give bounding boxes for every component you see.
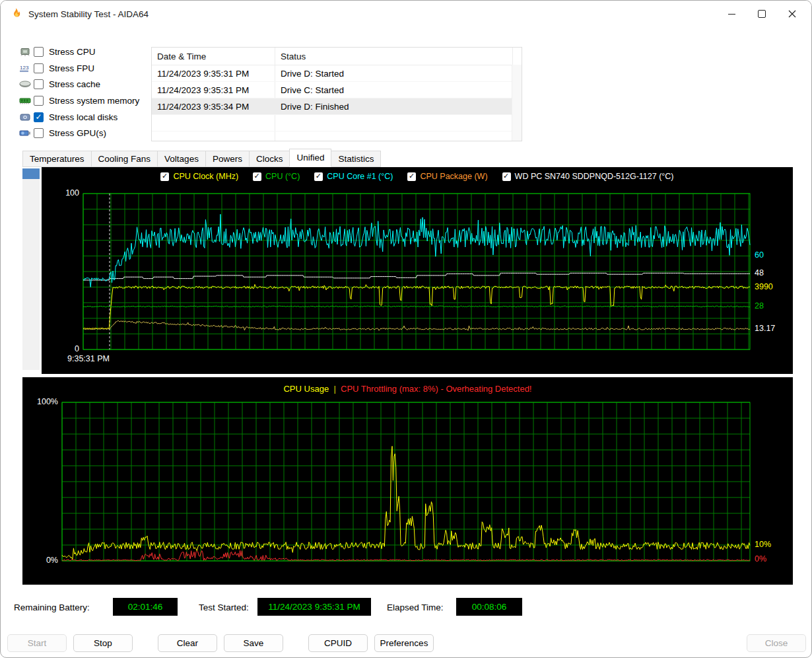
log-row-2-time: 11/24/2023 9:35:31 PM [152, 82, 275, 98]
maximize-button[interactable] [747, 1, 777, 27]
cpu-usage-chart-plot [22, 377, 793, 585]
log-row-2[interactable]: 11/24/2023 9:35:31 PM Drive C: Started [152, 82, 522, 98]
legend-label: CPU (°C) [265, 172, 300, 181]
stress-fpu-option[interactable]: 123 Stress FPU [17, 60, 139, 77]
test-log-table: Date & Time Status 11/24/2023 9:35:31 PM… [151, 47, 522, 141]
current-value-label: 10% [755, 540, 771, 549]
test-started-value: 11/24/2023 9:35:31 PM [257, 598, 371, 616]
cpu-icon [17, 47, 34, 57]
tab-clocks[interactable]: Clocks [249, 151, 290, 167]
x-axis-start-time-label: 9:35:31 PM [67, 354, 110, 363]
legend-label: WD PC SN740 SDDPNQD-512G-1127 (°C) [515, 172, 674, 181]
sensor-chart-legend: CPU Clock (MHz)CPU (°C)CPU Core #1 (°C)C… [42, 172, 793, 181]
current-value-label: 3990 [755, 282, 773, 291]
stress-fpu-checkbox[interactable] [34, 63, 44, 73]
legend-label: CPU Core #1 (°C) [327, 172, 393, 181]
current-value-label: 13.17 [755, 324, 775, 333]
tab-statistics[interactable]: Statistics [331, 151, 381, 167]
legend-checkbox[interactable] [502, 172, 511, 181]
stop-button[interactable]: Stop [73, 634, 133, 652]
log-table-scrollbar[interactable] [512, 65, 522, 141]
titlebar: System Stability Test - AIDA64 [1, 1, 811, 27]
current-value-label: 28 [755, 301, 764, 311]
stress-options-list: Stress CPU 123 Stress FPU Stress cache S… [17, 44, 139, 141]
log-row-empty [152, 115, 522, 131]
stress-cache-label: Stress cache [49, 79, 100, 89]
legend-item: CPU Clock (MHz) [160, 172, 238, 181]
legend-item: WD PC SN740 SDDPNQD-512G-1127 (°C) [502, 172, 674, 181]
start-button[interactable]: Start [7, 634, 67, 652]
stress-memory-checkbox[interactable] [34, 96, 44, 106]
throttling-alert-text: CPU Throttling (max: 8%) - Overheating D… [341, 384, 532, 394]
stress-gpu-label: Stress GPU(s) [49, 128, 106, 138]
sensor-chart-panel: CPU Clock (MHz)CPU (°C)CPU Core #1 (°C)C… [42, 167, 793, 374]
remaining-battery-value: 02:01:46 [113, 598, 178, 616]
current-value-label: 60 [755, 250, 764, 260]
elapsed-time-label: Elapsed Time: [387, 603, 444, 612]
stress-cache-option[interactable]: Stress cache [17, 76, 139, 92]
tab-temperatures[interactable]: Temperatures [22, 151, 92, 167]
minimize-icon [728, 14, 735, 15]
stress-cpu-option[interactable]: Stress CPU [17, 44, 139, 60]
close-button[interactable] [777, 1, 807, 27]
column-header-status[interactable]: Status [275, 48, 513, 65]
svg-text:123: 123 [20, 65, 29, 71]
tab-voltages[interactable]: Voltages [157, 151, 206, 167]
gpu-icon [17, 128, 34, 138]
stress-gpu-checkbox[interactable] [34, 128, 44, 138]
preferences-button[interactable]: Preferences [374, 634, 434, 652]
disk-icon [17, 112, 34, 122]
legend-item: CPU (°C) [253, 172, 300, 181]
stress-disks-option[interactable]: Stress local disks [17, 109, 139, 126]
legend-checkbox[interactable] [407, 172, 416, 181]
cpu-usage-chart-panel: CPU Usage | CPU Throttling (max: 8%) - O… [22, 377, 793, 585]
log-table-header: Date & Time Status [152, 48, 522, 65]
y-axis-label: 0 [50, 344, 79, 353]
elapsed-time-value: 00:08:06 [456, 598, 522, 616]
current-value-label: 0% [755, 554, 766, 564]
log-row-3[interactable]: 11/24/2023 9:35:34 PM Drive D: Finished [152, 98, 522, 115]
legend-checkbox[interactable] [314, 172, 323, 181]
chart-scrollbar-thumb[interactable] [22, 168, 40, 179]
save-button[interactable]: Save [224, 634, 283, 652]
stress-memory-label: Stress system memory [49, 96, 139, 106]
column-header-datetime[interactable]: Date & Time [152, 48, 275, 65]
remaining-battery-label: Remaining Battery: [14, 603, 90, 612]
legend-checkbox[interactable] [253, 172, 261, 181]
chart-vertical-scrollbar[interactable] [22, 168, 40, 370]
cpuid-button[interactable]: CPUID [308, 634, 368, 652]
stress-memory-option[interactable]: Stress system memory [17, 92, 139, 109]
fpu-icon: 123 [17, 63, 34, 73]
stress-cpu-checkbox[interactable] [34, 47, 44, 57]
cpu-usage-chart-title: CPU Usage | CPU Throttling (max: 8%) - O… [22, 384, 793, 394]
clear-button[interactable]: Clear [158, 634, 217, 652]
window-title: System Stability Test - AIDA64 [28, 9, 149, 19]
log-row-2-status: Drive C: Started [275, 82, 513, 98]
tab-cooling-fans[interactable]: Cooling Fans [91, 151, 158, 167]
tab-powers[interactable]: Powers [205, 151, 250, 167]
stress-disks-checkbox[interactable] [34, 112, 44, 122]
log-row-1[interactable]: 11/24/2023 9:35:31 PM Drive D: Started [152, 65, 522, 82]
cpu-usage-title-text: CPU Usage [283, 384, 329, 394]
aida64-flame-icon [9, 7, 22, 20]
graph-tabs: Temperatures Cooling Fans Voltages Power… [22, 149, 380, 167]
minimize-button[interactable] [716, 1, 747, 27]
legend-label: CPU Clock (MHz) [173, 172, 238, 181]
stress-cache-checkbox[interactable] [34, 79, 44, 89]
close-dialog-button[interactable]: Close [747, 634, 806, 652]
log-row-empty [152, 131, 522, 141]
sensor-chart-plot [42, 167, 793, 374]
window-controls [716, 1, 807, 27]
log-row-1-status: Drive D: Started [275, 65, 513, 81]
legend-checkbox[interactable] [160, 172, 169, 181]
test-started-label: Test Started: [199, 603, 249, 612]
close-icon [788, 10, 796, 18]
maximize-icon [758, 10, 766, 18]
tab-unified[interactable]: Unified [289, 149, 331, 167]
aida64-window: System Stability Test - AIDA64 Stress CP… [0, 0, 812, 658]
memory-icon [17, 96, 34, 106]
stress-cpu-label: Stress CPU [49, 47, 96, 57]
stress-gpu-option[interactable]: Stress GPU(s) [17, 125, 139, 141]
y-axis-label: 0% [29, 556, 58, 565]
legend-item: CPU Package (W) [407, 172, 487, 181]
